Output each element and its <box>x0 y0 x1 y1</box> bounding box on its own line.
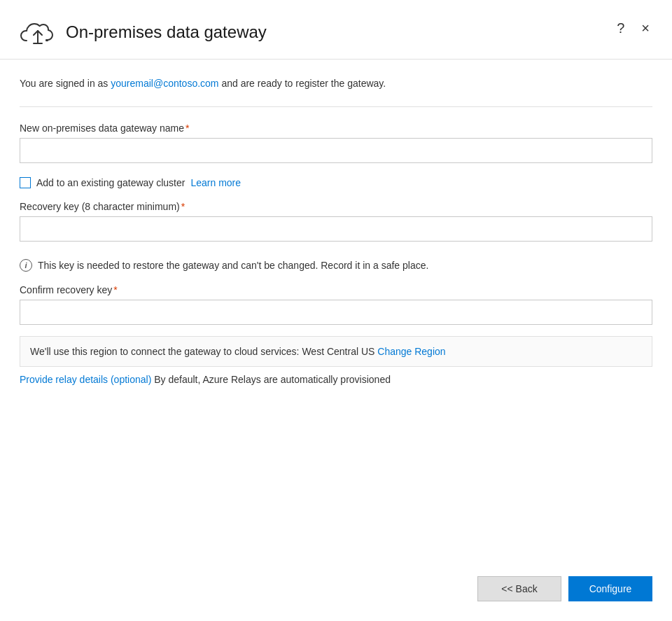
recovery-key-required: * <box>181 201 185 212</box>
gateway-name-input[interactable] <box>20 138 652 163</box>
change-region-link[interactable]: Change Region <box>377 346 445 357</box>
dialog-footer: << Back Configure <box>0 562 672 621</box>
close-button[interactable]: × <box>638 20 652 36</box>
configure-button[interactable]: Configure <box>568 576 652 601</box>
recovery-key-field-group: Recovery key (8 character minimum) * <box>20 201 652 242</box>
dialog-title: On-premises data gateway <box>66 22 267 42</box>
region-box: We'll use this region to connect the gat… <box>20 336 652 367</box>
info-text: This key is needed to restore the gatewa… <box>38 258 428 273</box>
relay-details-link[interactable]: Provide relay details (optional) <box>20 374 151 385</box>
signed-in-message: You are signed in as youremail@contoso.c… <box>20 76 652 91</box>
gateway-name-label: New on-premises data gateway name * <box>20 123 652 134</box>
confirm-key-required: * <box>113 284 117 295</box>
relay-text: By default, Azure Relays are automatical… <box>151 374 391 385</box>
confirm-key-label: Confirm recovery key * <box>20 284 652 295</box>
title-area: On-premises data gateway <box>20 17 267 48</box>
recovery-key-info-row: i This key is needed to restore the gate… <box>20 258 652 273</box>
confirm-key-input[interactable] <box>20 300 652 325</box>
recovery-key-input[interactable] <box>20 216 652 242</box>
existing-cluster-label: Add to an existing gateway cluster <box>36 177 185 188</box>
dialog-titlebar: On-premises data gateway ? × <box>0 0 672 60</box>
header-divider <box>20 106 652 107</box>
gateway-name-required: * <box>186 123 189 134</box>
on-premises-gateway-dialog: On-premises data gateway ? × You are sig… <box>0 0 672 621</box>
signed-in-suffix: and are ready to register the gateway. <box>219 78 386 89</box>
learn-more-link[interactable]: Learn more <box>190 177 241 188</box>
back-button[interactable]: << Back <box>477 576 561 601</box>
existing-cluster-checkbox[interactable] <box>20 177 31 188</box>
region-text-prefix: We'll use this region to connect the gat… <box>30 346 377 357</box>
user-email: youremail@contoso.com <box>111 78 218 89</box>
confirm-key-field-group: Confirm recovery key * <box>20 284 652 325</box>
gateway-name-field-group: New on-premises data gateway name * <box>20 123 652 163</box>
titlebar-actions: ? × <box>614 17 652 36</box>
info-icon: i <box>20 259 32 272</box>
signed-in-prefix: You are signed in as <box>20 78 111 89</box>
relay-row: Provide relay details (optional) By defa… <box>20 374 652 385</box>
existing-cluster-row: Add to an existing gateway cluster Learn… <box>20 177 652 188</box>
dialog-body: You are signed in as youremail@contoso.c… <box>0 60 672 562</box>
cloud-upload-icon <box>20 17 56 48</box>
recovery-key-label: Recovery key (8 character minimum) * <box>20 201 652 212</box>
help-button[interactable]: ? <box>614 20 627 36</box>
